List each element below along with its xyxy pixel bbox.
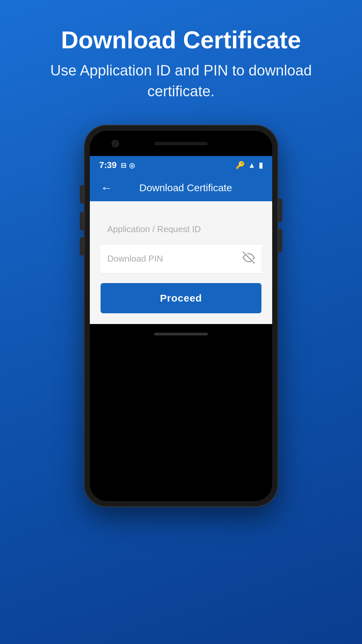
application-id-input[interactable] bbox=[101, 215, 261, 244]
page-background-title: Download Certificate bbox=[27, 27, 335, 53]
wifi-icon: ▲ bbox=[248, 161, 255, 170]
status-icons-left: ⊟ ◎ bbox=[121, 161, 135, 169]
page-background-subtitle: Use Application ID and PIN to download c… bbox=[27, 60, 335, 101]
download-pin-input[interactable] bbox=[101, 244, 236, 273]
app-bar: ← Download Certificate bbox=[90, 174, 272, 201]
status-right: 🔑 ▲ ▮ bbox=[236, 161, 263, 170]
page-header: Download Certificate Use Application ID … bbox=[0, 0, 362, 118]
nav-indicator bbox=[154, 333, 208, 335]
phone-speaker bbox=[154, 142, 208, 145]
app-bar-title: Download Certificate bbox=[122, 182, 249, 194]
front-camera bbox=[112, 140, 119, 147]
phone-top-bar bbox=[90, 131, 272, 156]
phone-inner: 7:39 ⊟ ◎ 🔑 ▲ ▮ ← Download Certificate bbox=[90, 131, 272, 501]
back-button[interactable]: ← bbox=[98, 179, 115, 197]
status-time: 7:39 bbox=[99, 160, 117, 170]
proceed-button[interactable]: Proceed bbox=[101, 283, 261, 313]
battery-icon: ▮ bbox=[259, 161, 263, 170]
toggle-pin-visibility-button[interactable] bbox=[236, 245, 261, 273]
phone-wrapper: 7:39 ⊟ ◎ 🔑 ▲ ▮ ← Download Certificate bbox=[84, 125, 278, 507]
status-left: 7:39 ⊟ ◎ bbox=[99, 160, 135, 170]
notification-icon: ⊟ bbox=[121, 161, 126, 169]
alarm-icon: ◎ bbox=[129, 161, 135, 169]
phone-outer: 7:39 ⊟ ◎ 🔑 ▲ ▮ ← Download Certificate bbox=[84, 125, 278, 507]
status-bar: 7:39 ⊟ ◎ 🔑 ▲ ▮ bbox=[90, 156, 272, 174]
key-icon: 🔑 bbox=[236, 161, 245, 170]
screen-content: Proceed bbox=[90, 201, 272, 324]
nav-bar bbox=[90, 324, 272, 344]
eye-slash-icon bbox=[243, 252, 255, 264]
pin-input-row bbox=[101, 244, 261, 274]
